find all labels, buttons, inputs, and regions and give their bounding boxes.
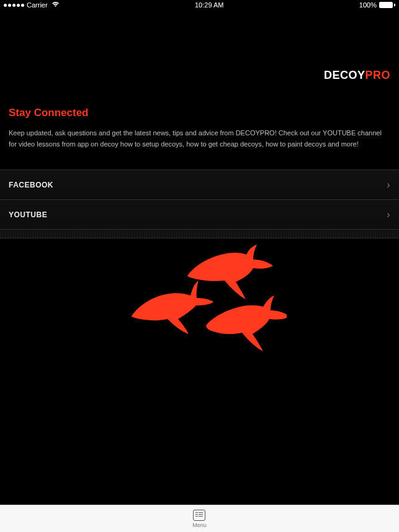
battery-icon — [379, 2, 395, 8]
list-footer-texture — [0, 230, 399, 238]
status-time: 10:29 AM — [195, 1, 223, 9]
social-links-list: FACEBOOK › YOUTUBE › — [0, 169, 399, 238]
tab-bar: Menu — [0, 505, 399, 532]
brand-logo: DECOYPRO — [324, 69, 390, 82]
menu-icon — [193, 510, 205, 521]
geese-illustration — [0, 238, 399, 431]
status-bar: Carrier 10:29 AM 100% — [0, 0, 399, 10]
content: Stay Connected Keep updated, ask questio… — [0, 82, 399, 156]
carrier-label: Carrier — [27, 1, 48, 9]
status-left: Carrier — [4, 1, 60, 9]
chevron-right-icon: › — [387, 179, 390, 191]
section-description: Keep updated, ask questions and get the … — [9, 128, 390, 150]
brand-part1: DECOY — [324, 69, 365, 81]
menu-tab[interactable]: Menu — [192, 510, 207, 528]
brand-part2: PRO — [365, 69, 390, 81]
wifi-icon — [52, 1, 60, 9]
battery-percent: 100% — [359, 1, 377, 9]
chevron-right-icon: › — [387, 209, 390, 220]
signal-icon — [4, 4, 24, 7]
section-title: Stay Connected — [9, 107, 390, 119]
youtube-link[interactable]: YOUTUBE › — [0, 200, 399, 230]
tab-label: Menu — [192, 522, 207, 528]
header: DECOYPRO — [0, 10, 399, 82]
status-right: 100% — [359, 1, 395, 9]
list-item-label: FACEBOOK — [9, 181, 53, 189]
list-item-label: YOUTUBE — [9, 210, 47, 219]
facebook-link[interactable]: FACEBOOK › — [0, 170, 399, 200]
